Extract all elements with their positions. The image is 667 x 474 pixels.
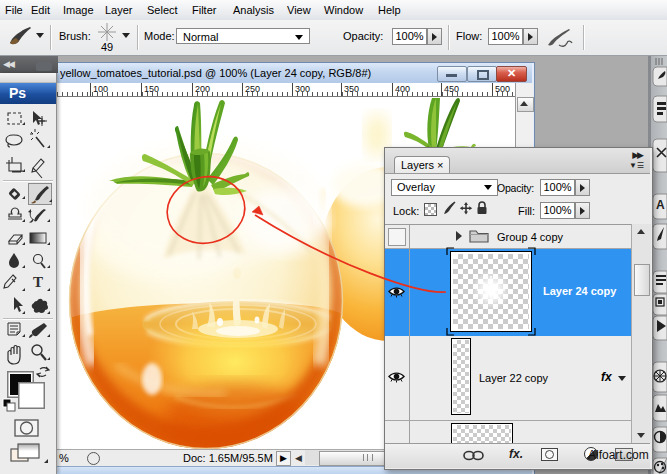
- svg-text:450: 450: [444, 84, 459, 94]
- svg-text:100: 100: [93, 84, 108, 94]
- svg-text:500: 500: [495, 84, 510, 94]
- svg-text:150: 150: [144, 84, 159, 94]
- svg-text:A: A: [656, 198, 665, 212]
- svg-text:200: 200: [195, 84, 210, 94]
- svg-text:T: T: [33, 274, 43, 290]
- svg-text:400: 400: [395, 84, 410, 94]
- svg-text:300: 300: [295, 84, 310, 94]
- svg-text:350: 350: [344, 84, 359, 94]
- svg-text:250: 250: [245, 84, 260, 94]
